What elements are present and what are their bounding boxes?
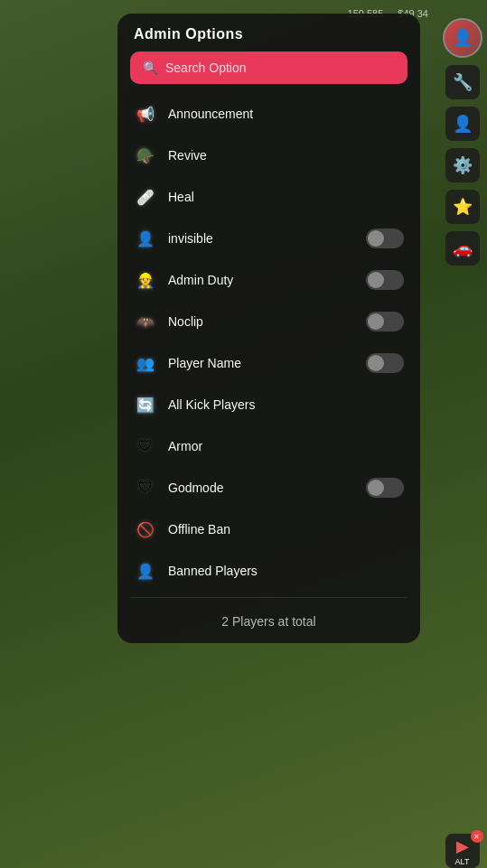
avatar: 👤	[443, 18, 482, 58]
divider	[130, 597, 407, 598]
close-badge: ✕	[471, 830, 483, 843]
menu-item-admin-duty[interactable]: 👷Admin Duty	[125, 259, 413, 301]
toggle-admin-duty[interactable]	[366, 270, 404, 290]
menu-icon-noclip: 🦇	[134, 310, 157, 333]
menu-item-announcement[interactable]: 📢Announcement	[125, 93, 413, 135]
toggle-godmode[interactable]	[366, 478, 404, 498]
menu-icon-admin-duty: 👷	[134, 268, 157, 292]
menu-item-revive[interactable]: 🪖Revive	[125, 135, 413, 176]
menu-item-player-name[interactable]: 👥Player Name	[125, 342, 413, 384]
menu-label-heal: Heal	[168, 190, 404, 204]
search-bar[interactable]: 🔍	[130, 51, 407, 84]
menu-icon-armor: 🛡	[134, 434, 157, 458]
toggle-player-name[interactable]	[366, 353, 404, 373]
search-input[interactable]	[165, 61, 395, 75]
toggle-noclip[interactable]	[366, 312, 404, 331]
sidebar-car-icon[interactable]: 🚗	[445, 231, 480, 266]
menu-icon-heal: 🩹	[134, 185, 157, 209]
menu-label-armor: Armor	[168, 439, 404, 453]
alt-label: ALT	[455, 857, 470, 866]
toggle-invisible[interactable]	[366, 229, 404, 248]
sidebar-star-icon[interactable]: ⭐	[445, 190, 480, 224]
menu-item-heal[interactable]: 🩹Heal	[125, 176, 413, 218]
menu-label-invisible: invisible	[168, 231, 355, 246]
menu-icon-invisible: 👤	[134, 227, 157, 250]
menu-icon-revive: 🪖	[134, 144, 157, 167]
menu-label-godmode: Godmode	[168, 481, 355, 495]
menu-label-all-kick: All Kick Players	[168, 397, 404, 412]
menu-label-player-name: Player Name	[168, 356, 355, 370]
menu-icon-godmode: 🛡	[134, 476, 157, 499]
menu-icon-player-name: 👥	[134, 351, 157, 375]
sidebar-gear-icon[interactable]: ⚙️	[445, 148, 480, 182]
menu-icon-banned-players: 👤	[134, 559, 157, 583]
menu-label-announcement: Announcement	[168, 107, 404, 121]
menu-item-armor[interactable]: 🛡Armor	[125, 425, 413, 467]
sidebar-person-icon[interactable]: 👤	[445, 107, 480, 141]
menu-label-noclip: Noclip	[168, 314, 355, 329]
search-icon: 🔍	[143, 61, 158, 75]
menu-item-noclip[interactable]: 🦇Noclip	[125, 301, 413, 342]
menu-icon-all-kick: 🔄	[134, 393, 157, 416]
menu-item-all-kick[interactable]: 🔄All Kick Players	[125, 384, 413, 425]
menu-item-godmode[interactable]: 🛡Godmode	[125, 467, 413, 509]
panel-title: Admin Options	[117, 14, 420, 51]
admin-options-panel: Admin Options 🔍 📢Announcement🪖Revive🩹Hea…	[117, 14, 420, 643]
footer-text: 2 Players at total	[117, 603, 420, 632]
menu-item-offline-ban[interactable]: 🚫Offline Ban	[125, 509, 413, 550]
alt-button[interactable]: ✕ ▶ ALT	[445, 834, 480, 868]
cursor-icon: ▶	[456, 836, 469, 856]
menu-icon-announcement: 📢	[134, 102, 157, 126]
menu-label-offline-ban: Offline Ban	[168, 522, 404, 537]
menu-item-invisible[interactable]: 👤invisible	[125, 218, 413, 259]
right-sidebar: 👤 🔧 👤 ⚙️ ⭐ 🚗 ✕ ▶ ALT	[437, 0, 487, 868]
sidebar-wrench-icon[interactable]: 🔧	[445, 65, 480, 99]
menu-item-banned-players[interactable]: 👤Banned Players	[125, 550, 413, 592]
menu-label-banned-players: Banned Players	[168, 564, 404, 578]
menu-label-revive: Revive	[168, 148, 404, 163]
menu-icon-offline-ban: 🚫	[134, 518, 157, 541]
menu-label-admin-duty: Admin Duty	[168, 273, 355, 287]
menu-list: 📢Announcement🪖Revive🩹Heal👤invisible👷Admi…	[117, 93, 420, 592]
